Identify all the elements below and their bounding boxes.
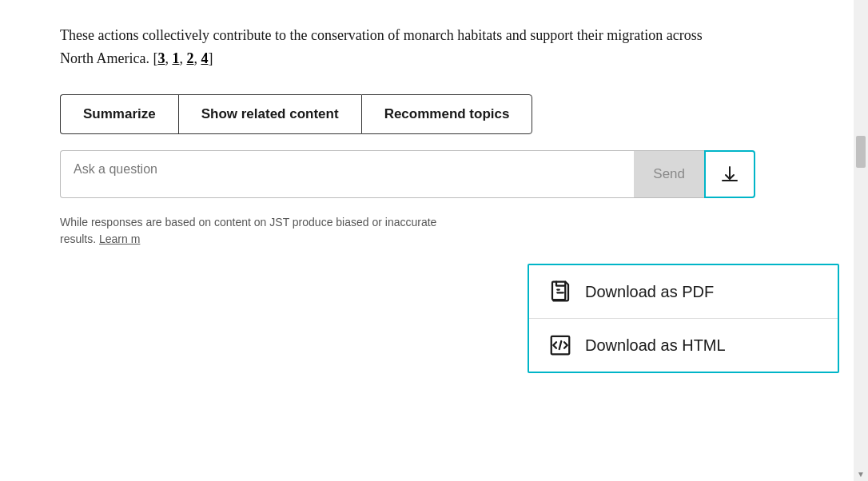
action-buttons-row: Summarize Show related content Recommend… xyxy=(60,94,755,134)
download-html-item[interactable]: Download as HTML xyxy=(529,319,838,372)
ref-1[interactable]: 1 xyxy=(172,50,179,66)
ref-4[interactable]: 4 xyxy=(201,50,208,66)
question-row: Send xyxy=(60,150,755,198)
text-paragraph: These actions collectively contribute to… xyxy=(60,0,755,94)
learn-more-link[interactable]: Learn m xyxy=(99,233,140,245)
ref-3[interactable]: 3 xyxy=(157,50,165,66)
pdf-icon xyxy=(548,280,572,304)
scrollbar-track[interactable]: ▼ xyxy=(855,0,866,481)
download-pdf-item[interactable]: Download as PDF xyxy=(529,265,838,319)
download-pdf-label: Download as PDF xyxy=(585,283,714,301)
footer-truncated: T xyxy=(283,216,289,229)
left-spacer xyxy=(0,0,60,481)
scrollbar-thumb[interactable] xyxy=(856,136,866,168)
download-button[interactable] xyxy=(704,150,755,198)
svg-rect-0 xyxy=(552,282,565,300)
page-container: These actions collectively contribute to… xyxy=(0,0,868,481)
recommend-topics-button[interactable]: Recommend topics xyxy=(361,94,533,134)
dropdown-menu: Download as PDF Download as HTML xyxy=(528,264,839,373)
html-icon xyxy=(548,333,572,357)
download-html-label: Download as HTML xyxy=(585,336,726,355)
show-related-content-button[interactable]: Show related content xyxy=(178,94,361,134)
footer-text: While responses are based on content on … xyxy=(60,214,460,248)
scrollbar-arrow-down[interactable]: ▼ xyxy=(855,467,866,481)
ask-question-input[interactable] xyxy=(60,150,634,198)
ref-2[interactable]: 2 xyxy=(186,50,193,66)
scrollbar-area: ▼ xyxy=(854,0,868,481)
summarize-button[interactable]: Summarize xyxy=(60,94,178,134)
send-button[interactable]: Send xyxy=(634,150,704,198)
download-icon xyxy=(720,165,739,184)
main-content: These actions collectively contribute to… xyxy=(60,0,854,481)
